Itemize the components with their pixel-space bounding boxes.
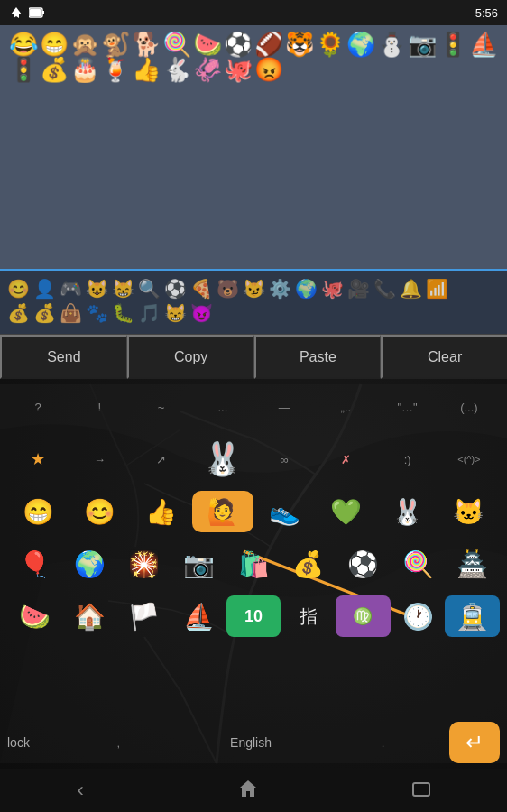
key-comma[interactable]: , [52,722,185,763]
cat-icon-devil[interactable]: 😈 [190,302,213,324]
back-button[interactable]: ‹ [77,779,83,802]
cat-icon-phone[interactable]: 📞 [373,278,396,300]
key-star[interactable]: ★ [7,438,69,480]
cat-icon-cat2[interactable]: 😸 [112,278,134,300]
cat-icon-grin[interactable]: 😸 [164,302,187,324]
cat-icon-person[interactable]: 👤 [33,278,56,300]
key-virgo[interactable]: ♍ [336,595,391,637]
copy-button[interactable]: Copy [127,335,254,379]
key-emoji-soccer[interactable]: ⚽ [336,543,391,585]
emoji-item[interactable]: 🌍 [346,32,375,56]
cat-icon-music[interactable]: 🎵 [138,302,161,324]
cat-icon-bug[interactable]: 🐛 [112,302,134,324]
emoji-item[interactable]: 😂 [9,32,38,56]
key-emoji-thumbsup[interactable]: 👍 [131,491,192,532]
cat-icon-sports[interactable]: ⚽ [164,278,187,300]
key-infinity[interactable]: ∞ [254,438,315,480]
key-emoji-candy[interactable]: 🍭 [391,543,446,585]
cat-icon-face[interactable]: 😊 [7,278,30,300]
cat-icon-globe[interactable]: 🌍 [295,278,318,300]
key-emoji-globe[interactable]: 🌍 [62,543,117,585]
emoji-item[interactable]: 🦑 [193,58,222,81]
emoji-item[interactable]: 🎂 [70,58,99,81]
emoji-item[interactable]: 🍭 [162,32,191,56]
emoji-item[interactable]: 🏈 [254,32,283,56]
emoji-item[interactable]: ⛵ [469,32,498,56]
key-paren[interactable]: (...) [438,386,500,428]
cat-icon-settings[interactable]: ⚙️ [269,278,291,300]
enter-button[interactable]: ↵ [449,722,500,763]
emoji-item[interactable]: 🐕 [132,32,161,56]
home-button[interactable] [238,779,258,803]
emoji-item[interactable]: 🚦 [9,58,38,81]
emoji-item[interactable]: 🐒 [101,32,130,56]
key-emoji-wave-active[interactable]: 🙋 [192,491,254,532]
key-tilde[interactable]: ~ [131,386,192,428]
emoji-item[interactable]: ⛄ [377,32,406,56]
key-emoji-balloon[interactable]: 🎈 [7,543,62,585]
key-smiley[interactable]: :) [377,438,438,480]
emoji-item[interactable]: 🙊 [70,32,99,56]
cat-icon-signal[interactable]: 📶 [426,278,448,300]
emoji-item[interactable]: 🌻 [316,32,345,56]
key-emoji-money[interactable]: 💰 [281,543,336,585]
emoji-item[interactable]: ⚽ [224,32,253,56]
lock-button[interactable]: lock [7,735,52,750]
cat-icon-bag[interactable]: 👜 [60,302,82,324]
cat-icon-money1[interactable]: 💰 [7,302,30,324]
emoji-item[interactable]: 🐯 [285,32,314,56]
language-button[interactable]: English [185,735,318,750]
cat-icon-game[interactable]: 🎮 [60,278,82,300]
key-question[interactable]: ? [7,386,69,428]
cat-icon-money2[interactable]: 💰 [33,302,56,324]
cat-icon-camera[interactable]: 🎥 [347,278,370,300]
emoji-item[interactable]: 🍉 [193,32,222,56]
cat-icon-bear[interactable]: 🐻 [217,278,239,300]
key-emoji-watermelon[interactable]: 🍉 [7,595,62,637]
emoji-item[interactable]: 🚦 [438,32,467,56]
key-emoji-smile[interactable]: 😊 [69,491,130,532]
key-emoji-flag[interactable]: 🏳️ [116,595,171,637]
key-emoji-fireworks[interactable]: 🎇 [116,543,171,585]
key-emoji-boat[interactable]: ⛵ [171,595,226,637]
cat-icon-paw[interactable]: 🐾 [86,302,108,324]
emoji-item[interactable]: 👍 [132,58,161,81]
key-emoji-rabbit[interactable]: 🐰 [377,491,438,532]
key-emoji-clock[interactable]: 🕐 [391,595,446,637]
key-emoji-house[interactable]: 🏠 [62,595,117,637]
key-dot[interactable]: . [317,722,449,763]
emoji-item[interactable]: 📷 [408,32,437,56]
emoji-item[interactable]: 😡 [254,58,283,81]
key-ten[interactable]: 10 [226,595,281,637]
clear-button[interactable]: Clear [381,335,507,379]
key-emoji-shoe[interactable]: 👟 [254,491,315,532]
key-ellipsis[interactable]: ... [192,386,254,428]
key-emoji-bag[interactable]: 🛍️ [226,543,281,585]
emoji-item[interactable]: 🍹 [101,58,130,81]
key-left-quote[interactable]: „.. [315,386,376,428]
key-double-quote[interactable]: "…" [377,386,438,428]
cat-icon-search[interactable]: 🔍 [138,278,161,300]
key-arrow-diagonal[interactable]: ↗ [131,438,192,480]
emoji-item[interactable]: 🐇 [162,58,191,81]
key-dash[interactable]: — [254,386,315,428]
emoji-item[interactable]: 💰 [40,58,69,81]
paste-button[interactable]: Paste [254,335,382,379]
key-arrow-right[interactable]: → [69,438,130,480]
cat-icon-cat1[interactable]: 😺 [86,278,108,300]
key-emoji-train[interactable]: 🚊 [445,595,500,637]
key-x[interactable]: ✗ [315,438,376,480]
emoji-item[interactable]: 😁 [40,32,69,56]
key-kanji-finger[interactable]: 指 [281,595,336,637]
cat-icon-cat3[interactable]: 😼 [243,278,265,300]
key-emoji-temple[interactable]: 🏯 [445,543,500,585]
key-emoji-cat[interactable]: 🐱 [438,491,500,532]
key-kaomoji[interactable]: <(^)> [438,438,500,480]
emoji-item[interactable]: 🐙 [224,58,253,81]
key-emoji-grin[interactable]: 😁 [7,491,69,532]
key-exclaim[interactable]: ! [69,386,130,428]
key-emoji-heart[interactable]: 💚 [315,491,376,532]
bunny-mascot-key[interactable]: 🐰 [192,438,254,480]
cat-icon-bell[interactable]: 🔔 [400,278,422,300]
cat-icon-octopus[interactable]: 🐙 [321,278,344,300]
